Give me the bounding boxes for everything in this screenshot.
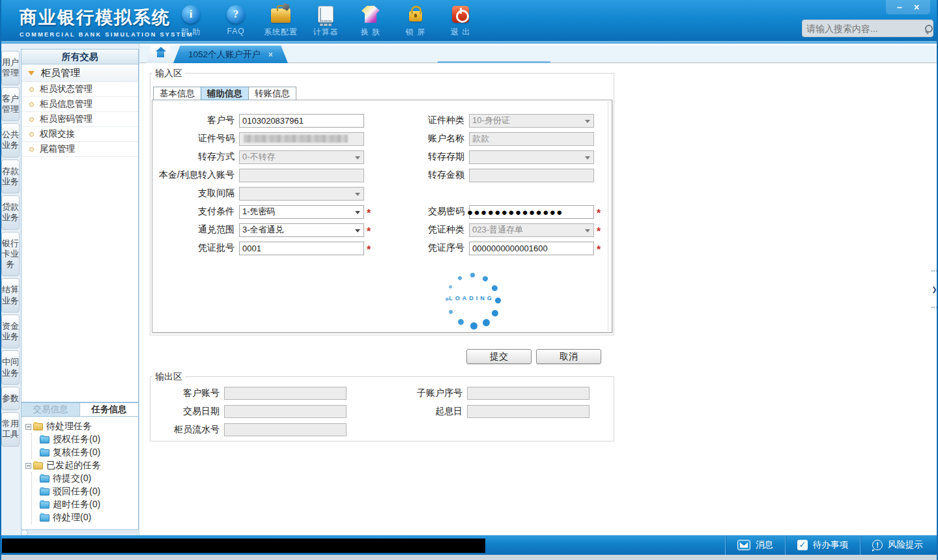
tab-personal-account-opening[interactable]: 1052个人账户开户 × [173,46,288,63]
tab-task-info[interactable]: 任务信息 [80,403,138,416]
nav-item-teller-password[interactable]: 柜员密码管理 [21,112,138,127]
cancel-button[interactable]: 取消 [536,349,601,364]
tab-trade-info[interactable]: 交易信息 [21,403,80,416]
sidebar-item-deposit-biz[interactable]: 存款业务 [1,160,20,194]
app-subtitle: COMMERCIAL BANK SIMULATION SYSTEM [20,31,193,38]
chevron-down-icon [355,229,360,232]
todo-button[interactable]: ✓ 待办事项 [785,535,860,555]
folder-icon [40,449,50,456]
sidebar-item-public-biz[interactable]: 公共业务 [1,123,20,158]
app-title: 商业银行模拟系统 [20,6,193,29]
tree-node-timeout-tasks[interactable]: 超时任务(0) [40,498,135,511]
tree-node-initiated-tasks[interactable]: 已发起的任务 [25,459,135,472]
withdraw-interval-label: 支取间隔 [152,188,239,199]
trade-date-label: 交易日期 [152,406,224,417]
bullet-icon [29,102,34,107]
messages-button[interactable]: 消息 [725,535,785,555]
id-number-label: 证件号码 [152,133,239,145]
home-tab[interactable] [146,46,175,63]
lock-screen-button[interactable]: 锁 屏 [395,5,436,38]
sidebar-item-settlement-biz[interactable]: 结算业务 [1,278,20,313]
bullet-icon [29,87,34,92]
faq-button[interactable]: ? FAQ [216,5,256,38]
redeposit-term-select [469,150,594,164]
nav-item-authority-handover[interactable]: 权限交接 [21,127,138,142]
system-config-button[interactable]: 系统配置 [261,5,301,38]
folder-icon [40,488,50,496]
value-date-label: 起息日 [347,406,467,417]
tree-node-to-submit[interactable]: 待提交(0) [40,472,135,485]
tab-transfer-info[interactable]: 转账信息 [248,87,296,100]
todo-check-icon: ✓ [797,540,808,550]
mail-icon [737,540,750,550]
collapse-minus-icon[interactable] [25,463,31,469]
panel-scrollbar[interactable] [608,102,608,331]
horizontal-scrollbar[interactable] [21,531,139,534]
payment-condition-label: 支付条件 [152,206,239,217]
sidebar-item-bankcard-biz[interactable]: 银行卡业务 [1,232,20,277]
payment-condition-select[interactable]: 1-凭密码 [239,205,364,219]
account-name-input: 款款 [469,132,594,146]
chevron-down-icon [355,156,360,160]
tree-node-review-tasks[interactable]: 复核任务(0) [40,446,135,459]
teller-serial-label: 柜员流水号 [152,424,224,436]
nav-item-teller-status[interactable]: 柜员状态管理 [21,82,138,97]
exit-button[interactable]: 退 出 [440,5,481,38]
toolbox-icon [271,8,291,23]
chevron-down-icon [585,120,590,123]
search-input[interactable] [806,23,924,34]
calculator-button[interactable]: 计算器 [306,5,346,38]
search-icon[interactable] [924,24,929,33]
customer-account-label: 客户账号 [152,387,224,399]
redeposit-amount-input [469,169,594,182]
tree-node-pending-tasks[interactable]: 待处理任务 [25,420,135,433]
tree-node-rejected-tasks[interactable]: 驳回任务(0) [40,485,135,498]
required-marker: * [597,243,601,253]
sidebar-item-parameters[interactable]: 参数 [1,387,20,410]
tab-close-icon[interactable]: × [268,50,273,59]
loading-spinner: LOADING [439,265,504,330]
sidebar-item-user-mgmt[interactable]: 用户管理 [1,51,20,85]
exchange-scope-select[interactable]: 3-全省通兑 [239,223,364,237]
voucher-batch-label: 凭证批号 [152,242,239,254]
required-marker: * [367,206,371,217]
risk-alert-button[interactable]: ! 风险提示 [860,535,935,555]
tree-node-to-process[interactable]: 待处理(0) [40,511,135,524]
close-button[interactable]: × [908,2,925,12]
sidebar-item-funds-biz[interactable]: 资金业务 [1,315,20,349]
principal-interest-account-label: 本金/利息转入账号 [152,169,239,181]
change-skin-button[interactable]: 换 肤 [350,5,391,38]
document-tabbar: 1052个人账户开户 × [139,46,938,63]
sidebar-item-loan-biz[interactable]: 贷款业务 [1,195,20,230]
submit-button[interactable]: 提交 [466,349,532,364]
tab-basic-info[interactable]: 基本信息 [153,87,201,100]
help-button[interactable]: i 帮 助 [171,5,211,38]
customer-account-output [224,387,347,400]
nav-group-teller-mgmt[interactable]: 柜员管理 [21,64,138,82]
calculator-icon [318,6,334,23]
sidebar-item-common-tools[interactable]: 常用工具 [1,412,20,447]
redeposit-amount-label: 转存金额 [391,169,469,181]
tree-node-authorize-tasks[interactable]: 授权任务(0) [40,433,135,446]
transaction-password-input[interactable]: ●●●●●●●●●●●●●● [469,205,594,219]
collapse-minus-icon[interactable] [25,424,31,430]
tab-auxiliary-info[interactable]: 辅助信息 [201,87,248,100]
transactions-panel-title: 所有交易 [21,49,138,64]
voucher-batch-input[interactable]: 0001 [239,242,364,255]
minimize-button[interactable]: – [891,2,908,12]
global-search[interactable] [802,20,933,37]
folder-icon [33,462,43,469]
customer-no-label: 客户号 [152,115,239,126]
window-controls: – × [886,0,930,14]
alert-icon: ! [872,540,883,550]
nav-item-teller-info[interactable]: 柜员信息管理 [21,97,138,112]
customer-no-input[interactable]: 0103020837961 [239,114,364,128]
id-number-input [239,132,364,146]
sidebar-item-customer-mgmt[interactable]: 客户管理 [1,87,20,122]
account-name-label: 账户名称 [391,133,469,145]
nav-item-cashbox-mgmt[interactable]: 尾箱管理 [21,142,138,157]
voucher-serial-input[interactable]: 0000000000001600 [469,242,594,255]
transaction-password-label: 交易密码 [391,206,469,217]
sidebar-item-intermediate-biz[interactable]: 中间业务 [1,350,20,385]
redeposit-term-label: 转存存期 [391,151,469,163]
